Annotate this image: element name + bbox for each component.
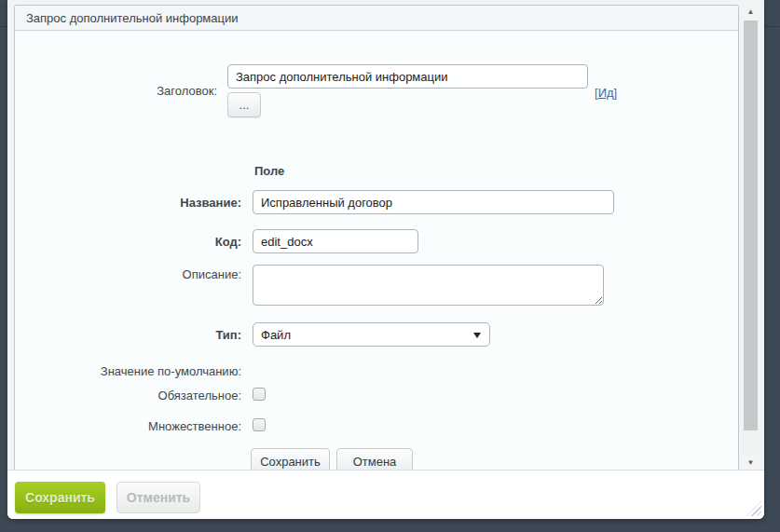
required-field-label: Обязательное: <box>15 389 241 402</box>
edit-form-box: Запрос дополнительной информации Заголов… <box>14 5 739 471</box>
form-header-title: Запрос дополнительной информации <box>26 11 239 25</box>
dialog-save-button[interactable]: Сохранить <box>15 482 105 513</box>
multiple-checkbox[interactable] <box>253 418 266 431</box>
type-select-wrapper: Файл <box>253 322 490 347</box>
form-cancel-button[interactable]: Отмена <box>336 448 413 471</box>
dialog-footer: Сохранить Отменить <box>7 471 764 519</box>
multiple-field-label: Множественное: <box>15 419 241 433</box>
code-field-label: Код: <box>15 235 241 249</box>
vertical-scrollbar[interactable]: ▲ ▼ <box>743 5 759 471</box>
type-field-label: Тип: <box>15 328 241 342</box>
id-link-anchor[interactable]: Ид <box>598 86 614 100</box>
scroll-down-arrow-icon[interactable]: ▼ <box>743 456 759 471</box>
id-link: [Ид] <box>595 86 617 100</box>
scroll-up-arrow-icon[interactable]: ▲ <box>743 5 759 20</box>
resize-grip-icon[interactable] <box>746 501 761 516</box>
required-checkbox[interactable] <box>253 388 266 401</box>
scrollbar-thumb[interactable] <box>744 20 758 430</box>
code-field-input[interactable] <box>253 229 418 253</box>
form-header: Запрос дополнительной информации <box>15 6 738 31</box>
edit-dialog: Запрос дополнительной информации Заголов… <box>7 0 764 519</box>
page-background: Запрос дополнительной информации Заголов… <box>0 0 780 532</box>
description-field-textarea[interactable] <box>253 265 604 306</box>
section-heading: Поле <box>254 164 284 178</box>
form-save-button[interactable]: Сохранить <box>251 448 330 471</box>
header-field-label: Заголовок: <box>15 84 217 98</box>
type-select[interactable]: Файл <box>253 323 489 346</box>
id-link-close-bracket: ] <box>614 86 618 100</box>
header-field-input[interactable] <box>227 64 588 89</box>
name-field-label: Название: <box>15 196 241 210</box>
dialog-cancel-button: Отменить <box>116 482 200 513</box>
default-value-field-label: Значение по-умолчанию: <box>15 364 241 378</box>
form-viewport: Запрос дополнительной информации Заголов… <box>7 0 764 471</box>
name-field-input[interactable] <box>253 190 614 214</box>
description-field-label: Описание: <box>15 267 241 281</box>
more-options-button[interactable]: ... <box>227 92 261 117</box>
